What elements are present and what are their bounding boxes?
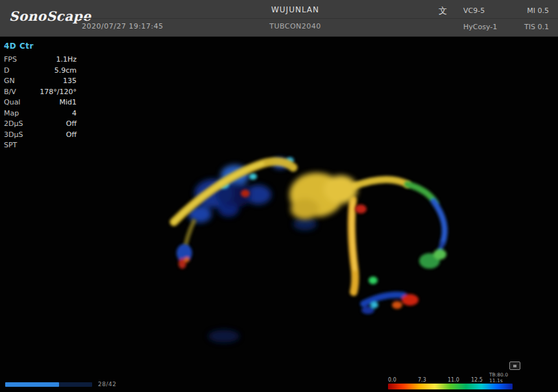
param-row: FPS 1.1Hz xyxy=(4,55,77,66)
param-value: Mid1 xyxy=(59,97,77,108)
param-label: D xyxy=(4,66,9,77)
colorbar-tick: 11.0 xyxy=(448,377,459,383)
param-label: FPS xyxy=(4,55,17,66)
param-row: GN 135 xyxy=(4,76,77,87)
cine-bar: 28/42 xyxy=(5,381,116,387)
param-label: 3DμS xyxy=(4,130,23,141)
colorbar-tick: 7.3 xyxy=(418,377,426,383)
param-value: 5.9cm xyxy=(55,66,77,77)
param-row: Map 4 xyxy=(4,108,77,119)
language-icon: 文 xyxy=(439,5,447,17)
param-row: 2DμS Off xyxy=(4,119,77,130)
param-label: 2DμS xyxy=(4,119,23,130)
probe-label: VC9-5 xyxy=(463,6,485,15)
mode-title: 4D Ctr xyxy=(4,42,77,51)
cine-frame-counter: 28/42 xyxy=(98,381,116,387)
colorbar-ticks: 0.0 7.3 11.0 12.5 TB:80.0 11.1s xyxy=(388,376,513,384)
volume-render xyxy=(0,0,558,392)
param-label: B/V xyxy=(4,87,16,98)
colorbar-label-bottom: 11.1s xyxy=(489,378,508,384)
datetime: 2020/07/27 19:17:45 xyxy=(82,22,164,31)
colorbar: 0.0 7.3 11.0 12.5 TB:80.0 11.1s xyxy=(388,376,513,389)
param-row: 3DμS Off xyxy=(4,130,77,141)
cine-scrollbar[interactable] xyxy=(5,382,92,387)
colorbar-side-labels: TB:80.0 11.1s xyxy=(489,373,508,384)
param-row: D 5.9cm xyxy=(4,66,77,77)
patient-name: WUJUNLAN xyxy=(271,5,319,14)
mi-value: MI 0.5 xyxy=(527,6,549,15)
tis-value: TIS 0.1 xyxy=(524,23,549,31)
param-row: B/V 178°/120° xyxy=(4,87,77,98)
param-label: GN xyxy=(4,76,15,87)
colorbar-tick: 12.5 xyxy=(471,377,483,383)
exam-id: TUBCON2040 xyxy=(269,22,321,31)
param-row: SPT xyxy=(4,140,77,151)
param-value: 1.1Hz xyxy=(56,55,77,66)
cine-scrollbar-fill xyxy=(5,382,59,387)
param-label: SPT xyxy=(4,140,17,151)
ultrasound-screen: SonoScape 2020/07/27 19:17:45 WUJUNLAN T… xyxy=(0,0,558,392)
colorbar-gradient xyxy=(388,384,513,389)
param-row: Qual Mid1 xyxy=(4,97,77,108)
param-value: 178°/120° xyxy=(40,87,77,98)
thumbnail-icon[interactable] xyxy=(509,361,520,370)
param-value: Off xyxy=(66,130,77,141)
parameter-panel: 4D Ctr FPS 1.1Hz D 5.9cm GN 135 B/V 178°… xyxy=(4,42,77,151)
thumbnail-icon-glyph xyxy=(513,365,516,367)
preset-label: HyCosy-1 xyxy=(463,23,497,31)
param-label: Map xyxy=(4,108,19,119)
param-label: Qual xyxy=(4,97,20,108)
param-value: 135 xyxy=(63,76,77,87)
brand-logo: SonoScape xyxy=(9,8,91,24)
top-bar: SonoScape 2020/07/27 19:17:45 WUJUNLAN T… xyxy=(0,0,558,37)
param-value: Off xyxy=(66,119,77,130)
colorbar-tick: 0.0 xyxy=(388,377,396,383)
param-value: 4 xyxy=(72,108,77,119)
